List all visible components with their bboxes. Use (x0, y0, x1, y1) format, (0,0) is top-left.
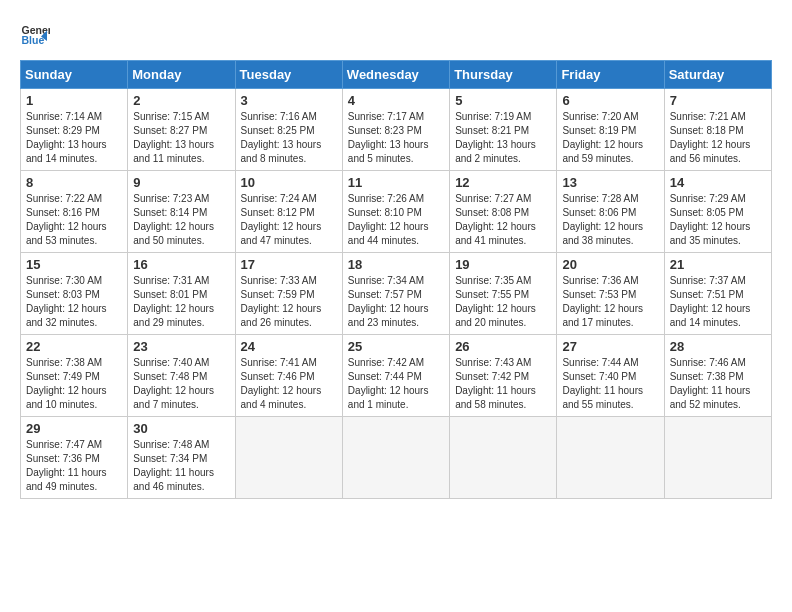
day-info: Sunrise: 7:36 AM Sunset: 7:53 PM Dayligh… (562, 274, 658, 330)
calendar-cell: 3 Sunrise: 7:16 AM Sunset: 8:25 PM Dayli… (235, 89, 342, 171)
calendar-cell: 1 Sunrise: 7:14 AM Sunset: 8:29 PM Dayli… (21, 89, 128, 171)
day-info: Sunrise: 7:47 AM Sunset: 7:36 PM Dayligh… (26, 438, 122, 494)
day-info: Sunrise: 7:17 AM Sunset: 8:23 PM Dayligh… (348, 110, 444, 166)
page-header: General Blue (20, 20, 772, 50)
day-info: Sunrise: 7:14 AM Sunset: 8:29 PM Dayligh… (26, 110, 122, 166)
calendar-cell: 25 Sunrise: 7:42 AM Sunset: 7:44 PM Dayl… (342, 335, 449, 417)
calendar-week-1: 1 Sunrise: 7:14 AM Sunset: 8:29 PM Dayli… (21, 89, 772, 171)
calendar-cell: 28 Sunrise: 7:46 AM Sunset: 7:38 PM Dayl… (664, 335, 771, 417)
day-info: Sunrise: 7:19 AM Sunset: 8:21 PM Dayligh… (455, 110, 551, 166)
day-number: 13 (562, 175, 658, 190)
day-info: Sunrise: 7:26 AM Sunset: 8:10 PM Dayligh… (348, 192, 444, 248)
calendar-cell: 29 Sunrise: 7:47 AM Sunset: 7:36 PM Dayl… (21, 417, 128, 499)
day-info: Sunrise: 7:29 AM Sunset: 8:05 PM Dayligh… (670, 192, 766, 248)
day-info: Sunrise: 7:48 AM Sunset: 7:34 PM Dayligh… (133, 438, 229, 494)
day-number: 21 (670, 257, 766, 272)
calendar-cell: 16 Sunrise: 7:31 AM Sunset: 8:01 PM Dayl… (128, 253, 235, 335)
day-info: Sunrise: 7:27 AM Sunset: 8:08 PM Dayligh… (455, 192, 551, 248)
calendar-cell: 17 Sunrise: 7:33 AM Sunset: 7:59 PM Dayl… (235, 253, 342, 335)
calendar-week-4: 22 Sunrise: 7:38 AM Sunset: 7:49 PM Dayl… (21, 335, 772, 417)
weekday-header-thursday: Thursday (450, 61, 557, 89)
day-number: 28 (670, 339, 766, 354)
calendar-cell (664, 417, 771, 499)
day-number: 12 (455, 175, 551, 190)
calendar-cell: 2 Sunrise: 7:15 AM Sunset: 8:27 PM Dayli… (128, 89, 235, 171)
calendar-cell: 10 Sunrise: 7:24 AM Sunset: 8:12 PM Dayl… (235, 171, 342, 253)
day-info: Sunrise: 7:37 AM Sunset: 7:51 PM Dayligh… (670, 274, 766, 330)
day-info: Sunrise: 7:42 AM Sunset: 7:44 PM Dayligh… (348, 356, 444, 412)
day-number: 6 (562, 93, 658, 108)
day-info: Sunrise: 7:30 AM Sunset: 8:03 PM Dayligh… (26, 274, 122, 330)
weekday-header-saturday: Saturday (664, 61, 771, 89)
calendar-cell (342, 417, 449, 499)
weekday-header-monday: Monday (128, 61, 235, 89)
day-info: Sunrise: 7:41 AM Sunset: 7:46 PM Dayligh… (241, 356, 337, 412)
day-number: 2 (133, 93, 229, 108)
calendar-week-2: 8 Sunrise: 7:22 AM Sunset: 8:16 PM Dayli… (21, 171, 772, 253)
calendar-cell (235, 417, 342, 499)
calendar-cell: 12 Sunrise: 7:27 AM Sunset: 8:08 PM Dayl… (450, 171, 557, 253)
day-number: 14 (670, 175, 766, 190)
day-number: 16 (133, 257, 229, 272)
calendar-cell: 26 Sunrise: 7:43 AM Sunset: 7:42 PM Dayl… (450, 335, 557, 417)
calendar-week-3: 15 Sunrise: 7:30 AM Sunset: 8:03 PM Dayl… (21, 253, 772, 335)
calendar-cell: 20 Sunrise: 7:36 AM Sunset: 7:53 PM Dayl… (557, 253, 664, 335)
calendar-cell: 14 Sunrise: 7:29 AM Sunset: 8:05 PM Dayl… (664, 171, 771, 253)
day-number: 1 (26, 93, 122, 108)
calendar-cell: 8 Sunrise: 7:22 AM Sunset: 8:16 PM Dayli… (21, 171, 128, 253)
day-info: Sunrise: 7:16 AM Sunset: 8:25 PM Dayligh… (241, 110, 337, 166)
weekday-header-sunday: Sunday (21, 61, 128, 89)
day-info: Sunrise: 7:46 AM Sunset: 7:38 PM Dayligh… (670, 356, 766, 412)
calendar-cell: 19 Sunrise: 7:35 AM Sunset: 7:55 PM Dayl… (450, 253, 557, 335)
day-info: Sunrise: 7:34 AM Sunset: 7:57 PM Dayligh… (348, 274, 444, 330)
calendar-cell: 5 Sunrise: 7:19 AM Sunset: 8:21 PM Dayli… (450, 89, 557, 171)
day-number: 7 (670, 93, 766, 108)
day-number: 18 (348, 257, 444, 272)
day-number: 19 (455, 257, 551, 272)
day-number: 9 (133, 175, 229, 190)
calendar-cell: 15 Sunrise: 7:30 AM Sunset: 8:03 PM Dayl… (21, 253, 128, 335)
calendar-cell: 13 Sunrise: 7:28 AM Sunset: 8:06 PM Dayl… (557, 171, 664, 253)
day-number: 20 (562, 257, 658, 272)
day-info: Sunrise: 7:38 AM Sunset: 7:49 PM Dayligh… (26, 356, 122, 412)
weekday-header-friday: Friday (557, 61, 664, 89)
day-number: 3 (241, 93, 337, 108)
day-info: Sunrise: 7:28 AM Sunset: 8:06 PM Dayligh… (562, 192, 658, 248)
calendar-cell: 4 Sunrise: 7:17 AM Sunset: 8:23 PM Dayli… (342, 89, 449, 171)
day-info: Sunrise: 7:44 AM Sunset: 7:40 PM Dayligh… (562, 356, 658, 412)
day-info: Sunrise: 7:40 AM Sunset: 7:48 PM Dayligh… (133, 356, 229, 412)
day-number: 29 (26, 421, 122, 436)
day-number: 23 (133, 339, 229, 354)
weekday-header-row: SundayMondayTuesdayWednesdayThursdayFrid… (21, 61, 772, 89)
weekday-header-tuesday: Tuesday (235, 61, 342, 89)
day-info: Sunrise: 7:24 AM Sunset: 8:12 PM Dayligh… (241, 192, 337, 248)
day-info: Sunrise: 7:23 AM Sunset: 8:14 PM Dayligh… (133, 192, 229, 248)
day-number: 5 (455, 93, 551, 108)
calendar-cell: 9 Sunrise: 7:23 AM Sunset: 8:14 PM Dayli… (128, 171, 235, 253)
day-info: Sunrise: 7:20 AM Sunset: 8:19 PM Dayligh… (562, 110, 658, 166)
calendar-cell (557, 417, 664, 499)
day-info: Sunrise: 7:21 AM Sunset: 8:18 PM Dayligh… (670, 110, 766, 166)
day-info: Sunrise: 7:35 AM Sunset: 7:55 PM Dayligh… (455, 274, 551, 330)
day-number: 26 (455, 339, 551, 354)
calendar-cell: 24 Sunrise: 7:41 AM Sunset: 7:46 PM Dayl… (235, 335, 342, 417)
calendar-table: SundayMondayTuesdayWednesdayThursdayFrid… (20, 60, 772, 499)
calendar-cell: 22 Sunrise: 7:38 AM Sunset: 7:49 PM Dayl… (21, 335, 128, 417)
day-info: Sunrise: 7:33 AM Sunset: 7:59 PM Dayligh… (241, 274, 337, 330)
logo: General Blue (20, 20, 54, 50)
calendar-cell: 27 Sunrise: 7:44 AM Sunset: 7:40 PM Dayl… (557, 335, 664, 417)
calendar-cell: 30 Sunrise: 7:48 AM Sunset: 7:34 PM Dayl… (128, 417, 235, 499)
day-info: Sunrise: 7:31 AM Sunset: 8:01 PM Dayligh… (133, 274, 229, 330)
weekday-header-wednesday: Wednesday (342, 61, 449, 89)
day-number: 22 (26, 339, 122, 354)
calendar-cell: 21 Sunrise: 7:37 AM Sunset: 7:51 PM Dayl… (664, 253, 771, 335)
calendar-cell (450, 417, 557, 499)
day-number: 4 (348, 93, 444, 108)
day-number: 27 (562, 339, 658, 354)
svg-text:Blue: Blue (22, 34, 45, 46)
calendar-cell: 23 Sunrise: 7:40 AM Sunset: 7:48 PM Dayl… (128, 335, 235, 417)
day-number: 10 (241, 175, 337, 190)
day-number: 30 (133, 421, 229, 436)
day-number: 15 (26, 257, 122, 272)
calendar-cell: 6 Sunrise: 7:20 AM Sunset: 8:19 PM Dayli… (557, 89, 664, 171)
